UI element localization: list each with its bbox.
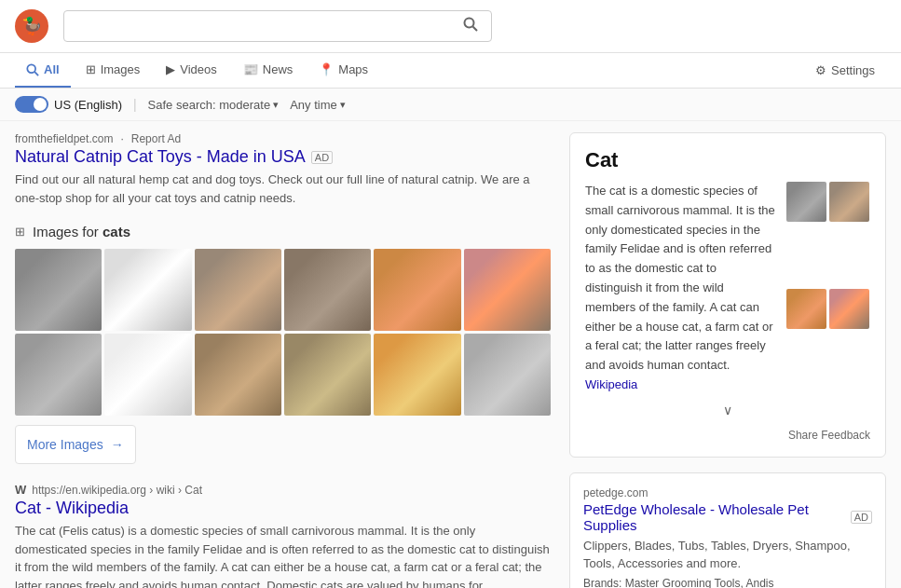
time-dropdown[interactable]: Any time <box>290 98 346 112</box>
region-label: US (English) <box>54 98 122 112</box>
ad-source-line: fromthefieldpet.com · Report Ad <box>15 132 551 145</box>
tab-maps-label: Maps <box>338 62 368 76</box>
cat-image-5[interactable] <box>464 249 551 331</box>
search-input[interactable]: cats <box>74 19 459 34</box>
image-grid-row2 <box>15 334 551 416</box>
images-icon: ⊞ <box>86 62 96 76</box>
images-header-text: Images for cats <box>33 224 130 239</box>
ad-description: Find out our all natural hemp cat and do… <box>15 171 551 207</box>
tab-all-label: All <box>44 62 60 76</box>
cat-image-2[interactable] <box>195 249 281 331</box>
settings-button[interactable]: ⚙ Settings <box>804 54 886 87</box>
petedge-source: petedge.com <box>583 486 872 499</box>
tab-images-label: Images <box>101 62 141 76</box>
safe-search-label: Safe search: moderate <box>148 98 271 112</box>
safe-search-dropdown[interactable]: Safe search: moderate <box>148 98 280 112</box>
panel-expand-button[interactable]: ∨ <box>585 395 870 425</box>
wiki-result: W https://en.wikipedia.org › wiki › Cat … <box>15 483 551 588</box>
cat-image-11[interactable] <box>464 334 551 416</box>
settings-icon: ⚙ <box>815 63 826 77</box>
images-header: ⊞ Images for cats <box>15 224 551 239</box>
report-ad-button[interactable]: Report Ad <box>131 132 181 145</box>
panel-cat-image-3 <box>829 289 869 329</box>
images-query: cats <box>102 224 130 239</box>
tab-all[interactable]: All <box>15 53 71 88</box>
more-images-button[interactable]: More Images → <box>15 425 136 464</box>
ad-result: fromthefieldpet.com · Report Ad Natural … <box>15 132 551 207</box>
cat-image-9[interactable] <box>284 334 371 416</box>
search-button[interactable] <box>459 17 482 35</box>
tab-images[interactable]: ⊞ Images <box>75 53 152 88</box>
videos-icon: ▶ <box>166 62 175 76</box>
panel-cat-image-0 <box>786 182 826 222</box>
petedge-description: Clippers, Blades, Tubs, Tables, Dryers, … <box>583 537 872 573</box>
tab-news[interactable]: 📰 News <box>232 53 305 88</box>
ad-badge: AD <box>311 151 333 164</box>
main-content: fromthefieldpet.com · Report Ad Natural … <box>0 121 901 588</box>
search-bar: cats <box>63 10 492 42</box>
nav-tabs: All ⊞ Images ▶ Videos 📰 News 📍 Maps ⚙ Se… <box>0 53 901 89</box>
wiki-url: https://en.wikipedia.org › wiki › Cat <box>32 484 202 497</box>
tab-videos[interactable]: ▶ Videos <box>155 53 228 88</box>
share-feedback-button[interactable]: Share Feedback <box>585 429 870 442</box>
ad-separator: · <box>120 132 123 145</box>
region-toggle[interactable]: US (English) <box>15 96 122 113</box>
cat-image-8[interactable] <box>195 334 281 416</box>
tab-videos-label: Videos <box>180 62 217 76</box>
news-icon: 📰 <box>243 62 258 76</box>
more-images-label: More Images <box>27 437 103 452</box>
ad-title-link[interactable]: Natural Catnip Cat Toys - Made in USA AD <box>15 147 551 167</box>
images-prefix: Images for <box>33 224 102 239</box>
panel-images-grid <box>786 182 870 395</box>
panel-desc-text: The cat is a domestic species of small c… <box>585 184 775 372</box>
panel-cat-image-1 <box>829 182 869 222</box>
cat-image-0[interactable] <box>15 249 102 331</box>
settings-label: Settings <box>831 63 875 77</box>
tab-maps[interactable]: 📍 Maps <box>307 53 379 88</box>
logo-icon: 🦆 <box>21 16 42 36</box>
panel-body: The cat is a domestic species of small c… <box>585 182 870 395</box>
svg-line-1 <box>473 27 478 32</box>
cat-image-4[interactable] <box>374 249 460 331</box>
image-grid-row1 <box>15 249 551 331</box>
knowledge-panel: Cat The cat is a domestic species of sma… <box>569 132 886 458</box>
wiki-title: Cat - Wikipedia <box>15 499 129 517</box>
right-column: Cat The cat is a domestic species of sma… <box>569 132 886 588</box>
svg-point-0 <box>465 19 474 28</box>
petedge-title-text: PetEdge Wholesale - Wholesale Pet Suppli… <box>583 501 845 533</box>
tab-news-label: News <box>263 62 294 76</box>
cat-image-1[interactable] <box>104 249 191 331</box>
header: 🦆 cats <box>0 0 901 53</box>
ad-source-url: fromthefieldpet.com <box>15 132 113 145</box>
wiki-source-line: W https://en.wikipedia.org › wiki › Cat <box>15 483 551 497</box>
svg-point-2 <box>27 64 35 73</box>
images-section: ⊞ Images for cats More Images → <box>15 224 551 464</box>
panel-wikipedia-link[interactable]: Wikipedia <box>585 377 637 391</box>
cat-image-10[interactable] <box>374 334 460 416</box>
svg-line-3 <box>34 72 38 75</box>
petedge-brands: Brands: Master Grooming Tools, Andis <box>583 577 872 588</box>
cat-image-6[interactable] <box>15 334 102 416</box>
left-column: fromthefieldpet.com · Report Ad Natural … <box>15 132 551 588</box>
toggle-switch-icon <box>15 96 48 113</box>
wiki-icon: W <box>15 483 26 497</box>
time-label: Any time <box>290 98 337 112</box>
cat-image-3[interactable] <box>284 249 371 331</box>
ad-title-text: Natural Catnip Cat Toys - Made in USA <box>15 147 306 167</box>
logo: 🦆 <box>15 9 48 43</box>
more-images-arrow-icon: → <box>111 437 124 452</box>
panel-title: Cat <box>585 148 870 172</box>
panel-cat-image-2 <box>786 289 826 329</box>
petedge-ad: petedge.com PetEdge Wholesale - Wholesal… <box>569 472 886 588</box>
wiki-title-link[interactable]: Cat - Wikipedia <box>15 499 129 517</box>
petedge-title-link[interactable]: PetEdge Wholesale - Wholesale Pet Suppli… <box>583 501 872 533</box>
images-grid-icon: ⊞ <box>15 225 25 239</box>
maps-icon: 📍 <box>319 62 334 76</box>
wiki-snippet: The cat (Felis catus) is a domestic spec… <box>15 522 551 588</box>
panel-description: The cat is a domestic species of small c… <box>585 182 775 395</box>
cat-image-7[interactable] <box>104 334 191 416</box>
petedge-ad-badge: AD <box>851 511 872 524</box>
filters-bar: US (English) | Safe search: moderate Any… <box>0 89 901 121</box>
